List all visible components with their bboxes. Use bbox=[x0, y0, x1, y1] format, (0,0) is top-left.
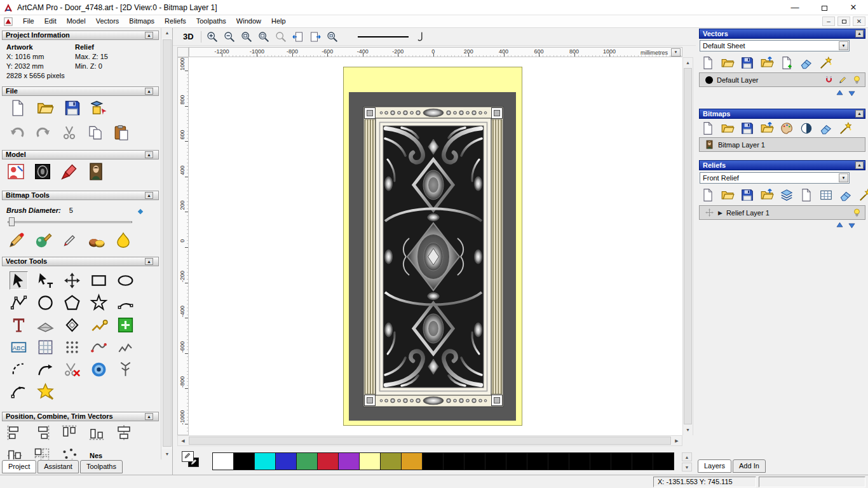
relief-sheet-icon[interactable] bbox=[799, 188, 813, 202]
model-viewport[interactable] bbox=[189, 57, 682, 435]
visibility-bulb-icon[interactable] bbox=[852, 208, 862, 217]
menu-file[interactable]: File bbox=[18, 17, 39, 25]
menu-edit[interactable]: Edit bbox=[39, 17, 62, 25]
move-layer-down-icon[interactable] bbox=[847, 89, 857, 97]
align-left-icon[interactable] bbox=[5, 423, 24, 442]
mdi-close-button[interactable]: ✕ bbox=[853, 17, 865, 26]
menu-model[interactable]: Model bbox=[62, 17, 91, 25]
tab-toolpaths[interactable]: Toolpaths bbox=[80, 460, 123, 473]
chevron-down-icon[interactable]: ▼ bbox=[839, 173, 848, 182]
node-editing-tool[interactable] bbox=[36, 271, 55, 290]
rectangle-tool[interactable] bbox=[90, 271, 108, 290]
new-model-icon[interactable] bbox=[9, 99, 27, 117]
chevron-down-icon[interactable]: ▼ bbox=[839, 41, 848, 50]
trim-vectors-tool[interactable] bbox=[63, 360, 81, 379]
menu-toolpaths[interactable]: Toolpaths bbox=[191, 17, 231, 25]
palette-scroll-up-button[interactable]: ▲ bbox=[682, 452, 692, 461]
arc-tool[interactable] bbox=[116, 294, 135, 312]
scroll-up-button[interactable]: ▲ bbox=[161, 28, 173, 38]
array-copy-icon[interactable] bbox=[32, 446, 51, 459]
3d-view-button[interactable]: 3D bbox=[180, 31, 196, 42]
section-header-position-combine-trim[interactable]: Position, Combine, Trim Vectors ▲ bbox=[2, 412, 159, 421]
collapse-icon[interactable]: ▲ bbox=[145, 151, 153, 158]
horizontal-scrollbar[interactable]: ◀ ▶ bbox=[177, 435, 682, 446]
palette-scroll-down-button[interactable]: ▼ bbox=[682, 463, 692, 471]
zoom-out-icon[interactable] bbox=[223, 30, 236, 43]
contrast-icon[interactable] bbox=[799, 121, 813, 135]
sheet-selector[interactable]: Default Sheet ▼ bbox=[700, 40, 850, 51]
visibility-bulb-icon[interactable] bbox=[852, 75, 862, 85]
paint-icon[interactable] bbox=[8, 231, 25, 249]
palette-swatch-4[interactable] bbox=[296, 452, 318, 470]
redo-icon[interactable] bbox=[35, 125, 51, 141]
palette-swatch-9[interactable] bbox=[401, 452, 423, 470]
left-panel-scrollbar[interactable]: ▲ ▼ bbox=[161, 28, 172, 459]
collapse-icon[interactable]: ▲ bbox=[855, 110, 864, 118]
move-layer-up-icon[interactable] bbox=[835, 221, 844, 229]
align-centre-icon[interactable] bbox=[114, 423, 133, 442]
palette-swatch-5[interactable] bbox=[317, 452, 339, 470]
palette-swatch-3[interactable] bbox=[275, 452, 297, 470]
section-vector-tool[interactable] bbox=[10, 383, 28, 401]
palette-swatch-21[interactable] bbox=[653, 452, 674, 470]
maximize-button[interactable] bbox=[813, 1, 835, 15]
section-header-file[interactable]: File ▲ bbox=[2, 86, 159, 96]
paste-along-curve-tool[interactable] bbox=[36, 338, 55, 356]
polyline-tool[interactable] bbox=[10, 294, 28, 312]
palette-swatch-2[interactable] bbox=[254, 452, 276, 470]
bitmap-layer-row[interactable]: Bitmap Layer 1 bbox=[699, 137, 865, 152]
tab-add-in[interactable]: Add In bbox=[733, 459, 766, 473]
fit-curve-tool[interactable] bbox=[116, 360, 135, 379]
palette-swatch-1[interactable] bbox=[233, 452, 255, 470]
offset-vector-tool[interactable] bbox=[63, 316, 81, 334]
palette-swatch-20[interactable] bbox=[632, 452, 653, 470]
paint-selective-icon[interactable] bbox=[34, 231, 52, 249]
new-sheet-icon[interactable] bbox=[780, 56, 794, 70]
palette-swatch-17[interactable] bbox=[569, 452, 590, 470]
palette-swatch-10[interactable] bbox=[422, 452, 444, 470]
section-header-vector-tools[interactable]: Vector Tools ▲ bbox=[2, 257, 159, 266]
tab-project[interactable]: Project bbox=[2, 460, 36, 473]
menu-reliefs[interactable]: Reliefs bbox=[159, 17, 191, 25]
move-layer-down-icon[interactable] bbox=[847, 221, 857, 229]
paste-vector-tool[interactable] bbox=[116, 316, 135, 334]
collapse-icon[interactable]: ▲ bbox=[145, 413, 153, 420]
layer-colour-swatch[interactable] bbox=[705, 76, 713, 84]
palette-swatch-13[interactable] bbox=[485, 452, 506, 470]
zoom-fit-icon[interactable] bbox=[257, 30, 270, 43]
scroll-down-button[interactable]: ▼ bbox=[161, 449, 173, 459]
units-dropdown[interactable]: ▼ bbox=[671, 48, 681, 57]
import-vectors-icon[interactable] bbox=[760, 56, 774, 70]
nesting-tool[interactable] bbox=[90, 338, 108, 356]
collapse-icon[interactable]: ▲ bbox=[145, 88, 153, 95]
open-relief-layer-icon[interactable] bbox=[721, 188, 735, 202]
section-header-project-information[interactable]: Project Information ▲ bbox=[2, 30, 159, 40]
align-stack-icon[interactable] bbox=[5, 446, 24, 459]
collapse-icon[interactable]: ▲ bbox=[145, 258, 153, 265]
import-relief-icon[interactable] bbox=[760, 188, 774, 202]
pan-right-icon[interactable] bbox=[309, 30, 322, 43]
save-vector-layer-icon[interactable] bbox=[740, 56, 754, 70]
flood-fill-icon[interactable] bbox=[114, 231, 132, 249]
scroll-up-button[interactable]: ▲ bbox=[683, 58, 693, 68]
palette-swatch-6[interactable] bbox=[338, 452, 360, 470]
zoom-window-icon[interactable] bbox=[326, 30, 339, 43]
palette-swatch-11[interactable] bbox=[443, 452, 465, 470]
copy-icon[interactable] bbox=[87, 125, 104, 141]
polygon-tool[interactable] bbox=[63, 294, 81, 312]
colour-palette-icon[interactable] bbox=[88, 231, 105, 249]
relief-grid-icon[interactable] bbox=[819, 188, 833, 202]
zoom-previous-icon[interactable] bbox=[275, 30, 287, 43]
delete-layer-icon[interactable] bbox=[799, 56, 813, 70]
reliefs-header[interactable]: Reliefs ▲ bbox=[699, 160, 865, 170]
collapse-icon[interactable]: ▲ bbox=[855, 30, 864, 37]
collapse-icon[interactable]: ▲ bbox=[145, 192, 153, 199]
brush-slider-thumb[interactable] bbox=[9, 217, 15, 226]
text-block-tool[interactable]: ABC bbox=[10, 338, 28, 356]
circle-tool[interactable] bbox=[36, 294, 55, 312]
tab-layers[interactable]: Layers bbox=[698, 459, 731, 473]
section-header-bitmap-tools[interactable]: Bitmap Tools ▲ bbox=[2, 191, 159, 200]
edit-colour-icon[interactable] bbox=[838, 75, 848, 85]
move-layer-up-icon[interactable] bbox=[835, 89, 844, 97]
create-spiral-tool[interactable] bbox=[90, 360, 108, 379]
